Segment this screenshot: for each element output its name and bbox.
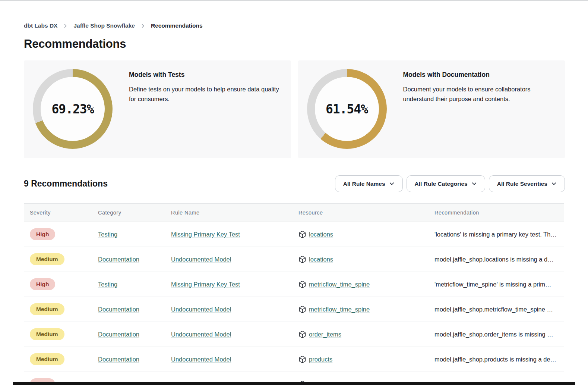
- rule-name-link[interactable]: Undocumented Model: [171, 331, 231, 338]
- column-header-severity: Severity: [30, 210, 98, 216]
- category-link[interactable]: Documentation: [98, 356, 139, 363]
- category-link[interactable]: Documentation: [98, 306, 139, 313]
- package-cube-icon: [298, 356, 306, 363]
- recommendation-text: model.jaffle_shop.locations is missing a…: [434, 256, 558, 263]
- filter-label: All Rule Names: [343, 181, 385, 187]
- resource-link[interactable]: locations: [309, 231, 333, 238]
- metric-cards: 69.23% Models with Tests Define tests on…: [24, 60, 565, 158]
- docs-percent-value: 61.54%: [307, 69, 387, 149]
- severity-badge: Medium: [30, 303, 64, 315]
- table-row: Medium Documentation Undocumented Model …: [24, 247, 564, 272]
- category-link[interactable]: Documentation: [98, 331, 139, 338]
- metric-card-models-with-documentation: 61.54% Models with Documentation Documen…: [298, 60, 565, 158]
- chevron-down-icon: [551, 181, 557, 187]
- resource-link[interactable]: metricflow_time_spine: [309, 281, 370, 288]
- card-title: Models with Documentation: [403, 71, 556, 79]
- filter-rule-names-dropdown[interactable]: All Rule Names: [335, 175, 403, 192]
- filter-rule-severities-dropdown[interactable]: All Rule Severities: [489, 175, 565, 192]
- recommendation-text: model.jaffle_shop.metricflow_time_spine …: [434, 306, 558, 313]
- card-title: Models with Tests: [129, 71, 282, 79]
- category-link[interactable]: Testing: [98, 231, 117, 238]
- filter-label: All Rule Severities: [497, 181, 547, 187]
- card-description: Document your models to ensure collabora…: [403, 85, 556, 104]
- rule-name-link[interactable]: Undocumented Model: [171, 306, 231, 313]
- column-header-recommendation: Recommendation: [434, 210, 558, 216]
- table-row: High Testing Missing Primary Key Test lo…: [24, 222, 564, 247]
- breadcrumb: dbt Labs DX Jaffle Shop Snowflake Recomm…: [24, 22, 565, 29]
- resource-link[interactable]: order_items: [309, 331, 341, 338]
- breadcrumb-item-jaffle-shop-snowflake[interactable]: Jaffle Shop Snowflake: [73, 22, 135, 29]
- column-header-rule-name: Rule Name: [171, 210, 298, 216]
- recommendation-text: 'metricflow_time_spine' is missing a pri…: [434, 281, 558, 288]
- filter-group: All Rule Names All Rule Categories All R…: [335, 175, 565, 192]
- chevron-right-icon: [63, 23, 68, 29]
- page-title: Recommendations: [24, 37, 565, 51]
- tests-percent-value: 69.23%: [33, 69, 113, 149]
- severity-badge: High: [30, 278, 55, 290]
- resource-link[interactable]: products: [309, 356, 332, 363]
- severity-badge: High: [30, 228, 55, 240]
- resource-link[interactable]: locations: [309, 256, 333, 263]
- table-body: High Testing Missing Primary Key Test lo…: [24, 222, 564, 385]
- category-link[interactable]: Testing: [98, 281, 117, 288]
- table-header-row: Severity Category Rule Name Resource Rec…: [24, 203, 564, 222]
- package-cube-icon: [298, 306, 306, 313]
- rule-name-link[interactable]: Undocumented Model: [171, 256, 231, 263]
- recommendation-text: model.jaffle_shop.order_items is missing…: [434, 331, 558, 338]
- bottom-cutoff-bar: [13, 382, 575, 385]
- filter-rule-categories-dropdown[interactable]: All Rule Categories: [407, 175, 485, 192]
- sidebar-edge-divider: [4, 1, 4, 385]
- category-link[interactable]: Documentation: [98, 256, 139, 263]
- table-row: High Testing Missing Primary Key Test me…: [24, 272, 564, 297]
- rule-name-link[interactable]: Missing Primary Key Test: [171, 231, 240, 238]
- recommendation-text: 'locations' is missing a primary key tes…: [434, 231, 558, 238]
- rule-name-link[interactable]: Missing Primary Key Test: [171, 281, 240, 288]
- table-row: Medium Documentation Undocumented Model …: [24, 297, 564, 322]
- package-cube-icon: [298, 281, 306, 288]
- breadcrumb-item-dbt-labs-dx[interactable]: dbt Labs DX: [24, 22, 57, 29]
- column-header-category: Category: [98, 210, 171, 216]
- severity-badge: Medium: [30, 353, 64, 365]
- card-description: Define tests on your models to help ensu…: [129, 85, 282, 104]
- metric-card-models-with-tests: 69.23% Models with Tests Define tests on…: [24, 60, 291, 158]
- breadcrumb-item-recommendations: Recommendations: [151, 22, 203, 29]
- tests-donut-chart: 69.23%: [33, 69, 113, 149]
- package-cube-icon: [298, 231, 306, 238]
- recommendations-count-heading: 9 Recommendations: [24, 179, 108, 189]
- filter-label: All Rule Categories: [415, 181, 468, 187]
- severity-badge: Medium: [30, 328, 64, 340]
- resource-link[interactable]: metricflow_time_spine: [309, 306, 370, 313]
- package-cube-icon: [298, 331, 306, 338]
- recommendation-text: model.jaffle_shop.products is missing a …: [434, 356, 558, 363]
- main-content: dbt Labs DX Jaffle Shop Snowflake Recomm…: [24, 1, 565, 385]
- rule-name-link[interactable]: Undocumented Model: [171, 356, 231, 363]
- package-cube-icon: [298, 256, 306, 263]
- chevron-right-icon: [140, 23, 146, 29]
- severity-badge: Medium: [30, 253, 64, 265]
- list-toolbar: 9 Recommendations All Rule Names All Rul…: [24, 175, 565, 192]
- chevron-down-icon: [471, 181, 477, 187]
- docs-donut-chart: 61.54%: [307, 69, 387, 149]
- column-header-resource: Resource: [298, 210, 434, 216]
- chevron-down-icon: [389, 181, 395, 187]
- table-row: Medium Documentation Undocumented Model …: [24, 347, 564, 372]
- table-row: Medium Documentation Undocumented Model …: [24, 322, 564, 347]
- recommendations-table: Severity Category Rule Name Resource Rec…: [24, 203, 564, 385]
